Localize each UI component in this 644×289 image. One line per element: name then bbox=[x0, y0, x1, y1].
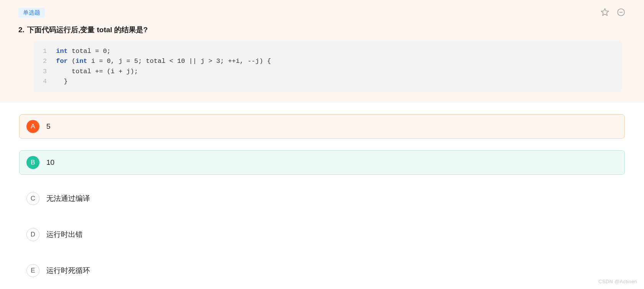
question-card: 单选题 2. 下面代码运行后,变量 total 的结果是? 1 2 3 4 in… bbox=[0, 0, 644, 103]
option-text: 5 bbox=[46, 122, 51, 131]
code-gutter: 1 2 3 4 bbox=[34, 46, 56, 87]
top-icons bbox=[600, 8, 626, 18]
option-e[interactable]: E 运行时死循环 bbox=[19, 258, 625, 283]
question-type-tag[interactable]: 单选题 bbox=[18, 8, 45, 18]
minus-circle-icon[interactable] bbox=[616, 8, 626, 18]
option-badge: E bbox=[26, 264, 39, 277]
option-b[interactable]: B 10 bbox=[19, 150, 625, 175]
tag-row: 单选题 bbox=[18, 8, 626, 18]
option-badge: B bbox=[26, 156, 39, 169]
option-text: 10 bbox=[46, 158, 54, 167]
line-number: 3 bbox=[43, 67, 47, 77]
code-line: } bbox=[56, 77, 271, 87]
code-line: for (int i = 0, j = 5; total < 10 || j >… bbox=[56, 56, 271, 66]
line-number: 4 bbox=[43, 77, 47, 87]
star-icon[interactable] bbox=[600, 8, 610, 18]
question-text: 下面代码运行后,变量 total 的结果是? bbox=[27, 26, 148, 34]
line-number: 2 bbox=[43, 56, 47, 66]
watermark: CSDN @Actinen bbox=[598, 279, 637, 284]
option-text: 运行时死循环 bbox=[46, 266, 90, 276]
option-c[interactable]: C 无法通过编译 bbox=[19, 186, 625, 211]
code-line: int total = 0; bbox=[56, 46, 271, 56]
code-line: total += (i + j); bbox=[56, 67, 271, 77]
option-d[interactable]: D 运行时出错 bbox=[19, 222, 625, 247]
code-block: 1 2 3 4 int total = 0; for (int i = 0, j… bbox=[34, 41, 622, 92]
answers-list: A 5 B 10 C 无法通过编译 D 运行时出错 E 运行时死循环 bbox=[0, 114, 644, 289]
option-text: 运行时出错 bbox=[46, 230, 83, 240]
option-a[interactable]: A 5 bbox=[19, 114, 625, 139]
option-badge: D bbox=[26, 228, 39, 241]
question-number: 2. bbox=[18, 26, 25, 34]
option-badge: A bbox=[26, 120, 39, 133]
option-badge: C bbox=[26, 192, 39, 205]
question-title: 2. 下面代码运行后,变量 total 的结果是? bbox=[18, 25, 626, 35]
line-number: 1 bbox=[43, 46, 47, 56]
option-text: 无法通过编译 bbox=[46, 194, 90, 204]
code-lines: int total = 0; for (int i = 0, j = 5; to… bbox=[56, 46, 271, 87]
